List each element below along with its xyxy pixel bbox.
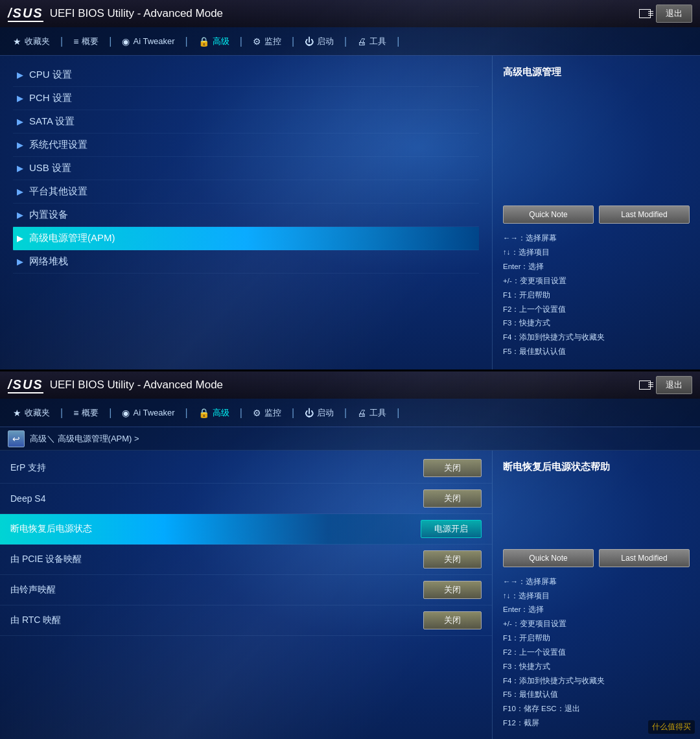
right-title-1: 高级电源管理 <box>503 66 690 78</box>
nav-boot-2[interactable]: ⏻ 启动 <box>298 403 340 423</box>
settings-rtc[interactable]: 由 RTC 映醒 关闭 <box>0 605 492 636</box>
nav-tools-2[interactable]: 🖨 工具 <box>351 403 393 423</box>
left-panel-2: ErP 支持 关闭 Deep S4 关闭 断电恢复后电源状态 电源开启 由 PC… <box>0 451 493 739</box>
last-modified-btn-2[interactable]: Last Modified <box>599 549 690 567</box>
pcie-value[interactable]: 关闭 <box>423 550 482 569</box>
powerstate-label: 断电恢复后电源状态 <box>10 523 414 535</box>
nav-monitor-2[interactable]: ⚙ 监控 <box>246 403 288 423</box>
menu-sata[interactable]: ▶ SATA 设置 <box>13 110 479 134</box>
nav-tools-label-2: 工具 <box>369 407 386 419</box>
menu-builtin[interactable]: ▶ 内置设备 <box>13 204 479 227</box>
settings-powerstate[interactable]: 断电恢复后电源状态 电源开启 <box>0 514 492 545</box>
last-modified-btn-1[interactable]: Last Modified <box>599 205 690 224</box>
deeps4-label: Deep S4 <box>10 493 417 504</box>
shortcut2-9: F5：最佳默认值 <box>503 688 690 702</box>
menu-apm-label: 高级电源管理(APM) <box>29 232 115 244</box>
ring-value[interactable]: 关闭 <box>423 581 482 599</box>
menu-sysagent-label: 系统代理设置 <box>29 139 88 151</box>
menu-usb[interactable]: ▶ USB 设置 <box>13 157 479 180</box>
nav-advanced-1[interactable]: 🔒 高级 <box>192 32 236 51</box>
shortcut-9: F5：最佳默认认值 <box>503 345 690 359</box>
nav-sep-2g: | <box>395 407 401 419</box>
settings-ring[interactable]: 由铃声映醒 关闭 <box>0 575 492 605</box>
shortcut2-5: F1：开启帮助 <box>503 631 690 646</box>
menu-apm[interactable]: ▶ 高级电源管理(APM) <box>13 227 479 250</box>
nav-bar-2: ★ 收藏夹 | ≡ 概要 | ◉ Ai Tweaker | 🔒 高级 | ⚙ 监… <box>0 399 700 427</box>
star-icon: ★ <box>13 36 21 47</box>
nav-aitweaker-2[interactable]: ◉ Ai Tweaker <box>115 404 181 422</box>
nav-aitweaker-1[interactable]: ◉ Ai Tweaker <box>115 32 181 51</box>
main-content-2: ErP 支持 关闭 Deep S4 关闭 断电恢复后电源状态 电源开启 由 PC… <box>0 451 700 739</box>
quick-note-btn-2[interactable]: Quick Note <box>503 549 594 567</box>
menu-usb-label: USB 设置 <box>29 162 71 174</box>
shortcut2-1: ←→：选择屏幕 <box>503 575 690 589</box>
settings-pcie[interactable]: 由 PCIE 设备映醒 关闭 <box>0 545 492 575</box>
nav-sep-7: | <box>395 36 401 47</box>
nav-favorites-2[interactable]: ★ 收藏夹 <box>6 403 56 423</box>
arrow-icon: ▶ <box>17 187 23 196</box>
tools-icon-1: 🖨 <box>357 36 366 47</box>
arrow-icon-active: ▶ <box>17 234 23 243</box>
nav-boot-1[interactable]: ⏻ 启动 <box>298 32 340 51</box>
nav-favorites-1[interactable]: ★ 收藏夹 <box>6 32 56 51</box>
shortcut2-8: F4：添加到快捷方式与收藏夹 <box>503 674 690 688</box>
shortcut2-4: +/-：变更项目设置 <box>503 617 690 631</box>
arrow-icon: ▶ <box>17 117 23 126</box>
menu-platform[interactable]: ▶ 平台其他设置 <box>13 180 479 204</box>
menu-network-label: 网络堆栈 <box>29 255 68 268</box>
back-button[interactable]: ↩ <box>8 430 25 447</box>
menu-network[interactable]: ▶ 网络堆栈 <box>13 250 479 274</box>
nav-tools-1[interactable]: 🖨 工具 <box>351 32 393 51</box>
nav-sep-4: | <box>239 36 244 47</box>
rtc-label: 由 RTC 映醒 <box>10 615 417 626</box>
power-icon-1: ⏻ <box>305 36 314 47</box>
deeps4-value[interactable]: 关闭 <box>423 489 482 508</box>
shortcut2-2: ↑↓：选择项目 <box>503 589 690 604</box>
menu-sata-label: SATA 设置 <box>29 115 75 128</box>
menu-pch-label: PCH 设置 <box>29 92 72 104</box>
ai-icon-1: ◉ <box>122 36 130 47</box>
watermark: 什么值得买 <box>648 720 695 734</box>
powerstate-value[interactable]: 电源开启 <box>421 520 482 538</box>
gear-icon-1: ⚙ <box>253 36 261 47</box>
erp-label: ErP 支持 <box>10 462 417 474</box>
menu-sysagent[interactable]: ▶ 系统代理设置 <box>13 134 479 157</box>
settings-deeps4[interactable]: Deep S4 关闭 <box>0 484 492 514</box>
ring-label: 由铃声映醒 <box>10 584 417 596</box>
nav-overview-2[interactable]: ≡ 概要 <box>67 403 105 423</box>
exit-button-1[interactable]: 退出 <box>656 5 692 23</box>
title-bar-1: /SUS UEFI BIOS Utility - Advanced Mode 退… <box>0 0 700 27</box>
exit-icon-1 <box>639 9 651 18</box>
menu-pch[interactable]: ▶ PCH 设置 <box>13 87 479 110</box>
lock-icon-1: 🔒 <box>198 36 209 47</box>
nav-monitor-label-1: 监控 <box>264 36 281 47</box>
shortcut-3: Enter：选择 <box>503 260 690 274</box>
title-left-2: /SUS UEFI BIOS Utility - Advanced Mode <box>8 377 223 393</box>
nav-advanced-2[interactable]: 🔒 高级 <box>192 403 236 423</box>
shortcut-6: F2：上一个设置值 <box>503 303 690 317</box>
nav-sep-2: | <box>108 36 113 47</box>
title-left-1: /SUS UEFI BIOS Utility - Advanced Mode <box>8 6 223 22</box>
menu-cpu[interactable]: ▶ CPU 设置 <box>13 64 479 87</box>
exit-button-2[interactable]: 退出 <box>656 376 692 394</box>
shortcut-8: F4：添加到快捷方式与收藏夹 <box>503 331 690 345</box>
shortcut2-7: F3：快捷方式 <box>503 660 690 674</box>
nav-overview-1[interactable]: ≡ 概要 <box>67 32 105 51</box>
nav-aitweaker-label-1: Ai Tweaker <box>133 36 174 46</box>
shortcuts-2: ←→：选择屏幕 ↑↓：选择项目 Enter：选择 +/-：变更项目设置 F1：开… <box>503 575 690 731</box>
settings-erp[interactable]: ErP 支持 关闭 <box>0 453 492 484</box>
erp-value[interactable]: 关闭 <box>423 459 482 477</box>
breadcrumb: 高级＼ 高级电源管理(APM) > <box>30 433 139 445</box>
title-right-2: 退出 <box>639 376 692 394</box>
btn-row-2: Quick Note Last Modified <box>503 549 690 567</box>
lock-icon-2: 🔒 <box>198 408 209 418</box>
arrow-icon: ▶ <box>17 257 23 266</box>
arrow-icon: ▶ <box>17 94 23 103</box>
shortcuts-1: ←→：选择屏幕 ↑↓：选择项目 Enter：选择 +/-：变更项目设置 F1：开… <box>503 231 690 359</box>
quick-note-btn-1[interactable]: Quick Note <box>503 205 594 224</box>
power-icon-2: ⏻ <box>305 408 314 418</box>
right-panel-2: 断电恢复后电源状态帮助 Quick Note Last Modified ←→：… <box>493 451 700 739</box>
star-icon-2: ★ <box>13 408 21 418</box>
nav-monitor-1[interactable]: ⚙ 监控 <box>246 32 288 51</box>
rtc-value[interactable]: 关闭 <box>423 611 482 629</box>
